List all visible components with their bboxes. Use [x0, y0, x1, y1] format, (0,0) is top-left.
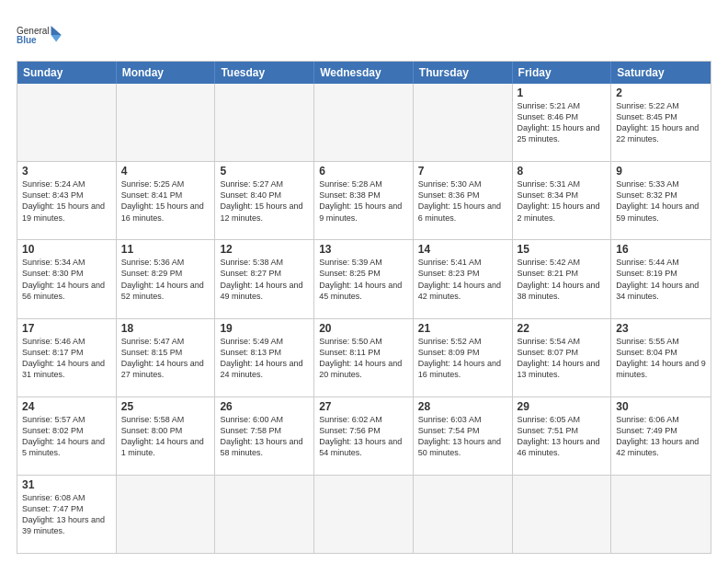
day-number: 6 [319, 165, 408, 178]
day-number: 8 [518, 165, 607, 178]
day-number: 29 [518, 400, 607, 413]
calendar-cell [314, 476, 414, 553]
day-info: Sunrise: 5:54 AM Sunset: 8:07 PM Dayligh… [518, 336, 607, 381]
day-header-monday: Monday [117, 62, 216, 84]
svg-text:General: General [17, 26, 50, 36]
day-number: 11 [121, 243, 210, 256]
day-number: 12 [220, 243, 309, 256]
calendar-week-1: 1Sunrise: 5:21 AM Sunset: 8:46 PM Daylig… [17, 84, 711, 162]
day-header-wednesday: Wednesday [314, 62, 414, 84]
calendar-cell: 11Sunrise: 5:36 AM Sunset: 8:29 PM Dayli… [117, 240, 216, 317]
calendar-week-6: 31Sunrise: 6:08 AM Sunset: 7:47 PM Dayli… [17, 476, 711, 553]
calendar-cell: 28Sunrise: 6:03 AM Sunset: 7:54 PM Dayli… [414, 397, 513, 475]
calendar-cell [611, 476, 711, 553]
calendar-cell: 7Sunrise: 5:30 AM Sunset: 8:36 PM Daylig… [414, 162, 513, 239]
day-number: 27 [319, 400, 408, 413]
day-number: 16 [616, 243, 706, 256]
day-info: Sunrise: 6:06 AM Sunset: 7:49 PM Dayligh… [616, 414, 706, 459]
calendar-cell: 14Sunrise: 5:41 AM Sunset: 8:23 PM Dayli… [414, 240, 513, 317]
header: General Blue [17, 17, 711, 53]
calendar-cell: 23Sunrise: 5:55 AM Sunset: 8:04 PM Dayli… [611, 319, 711, 396]
day-info: Sunrise: 5:24 AM Sunset: 8:43 PM Dayligh… [22, 178, 111, 224]
calendar-cell: 9Sunrise: 5:33 AM Sunset: 8:32 PM Daylig… [611, 162, 711, 239]
calendar-cell: 29Sunrise: 6:05 AM Sunset: 7:51 PM Dayli… [513, 397, 612, 475]
day-info: Sunrise: 6:05 AM Sunset: 7:51 PM Dayligh… [518, 414, 607, 459]
calendar-cell: 1Sunrise: 5:21 AM Sunset: 8:46 PM Daylig… [513, 84, 612, 161]
day-info: Sunrise: 6:02 AM Sunset: 7:56 PM Dayligh… [319, 414, 408, 459]
day-number: 20 [319, 322, 408, 335]
day-info: Sunrise: 5:42 AM Sunset: 8:21 PM Dayligh… [518, 257, 607, 302]
day-number: 5 [220, 165, 309, 178]
day-info: Sunrise: 5:28 AM Sunset: 8:38 PM Dayligh… [319, 178, 408, 224]
logo: General Blue [17, 17, 63, 53]
calendar-cell: 24Sunrise: 5:57 AM Sunset: 8:02 PM Dayli… [17, 397, 117, 475]
day-number: 9 [616, 165, 706, 178]
calendar-cell: 2Sunrise: 5:22 AM Sunset: 8:45 PM Daylig… [611, 84, 711, 161]
day-header-friday: Friday [513, 62, 612, 84]
day-number: 2 [616, 86, 706, 99]
day-info: Sunrise: 5:21 AM Sunset: 8:46 PM Dayligh… [518, 100, 607, 145]
svg-text:Blue: Blue [17, 35, 37, 45]
calendar-cell [17, 84, 117, 161]
calendar-cell: 27Sunrise: 6:02 AM Sunset: 7:56 PM Dayli… [314, 397, 414, 475]
calendar-cell [117, 84, 216, 161]
day-header-tuesday: Tuesday [215, 62, 314, 84]
calendar-cell: 15Sunrise: 5:42 AM Sunset: 8:21 PM Dayli… [513, 240, 612, 317]
calendar-cell: 22Sunrise: 5:54 AM Sunset: 8:07 PM Dayli… [513, 319, 612, 396]
day-info: Sunrise: 5:49 AM Sunset: 8:13 PM Dayligh… [220, 336, 309, 381]
calendar-week-3: 10Sunrise: 5:34 AM Sunset: 8:30 PM Dayli… [17, 240, 711, 318]
day-number: 3 [22, 165, 111, 178]
day-info: Sunrise: 5:34 AM Sunset: 8:30 PM Dayligh… [22, 257, 111, 302]
calendar-cell: 16Sunrise: 5:44 AM Sunset: 8:19 PM Dayli… [611, 240, 711, 317]
day-info: Sunrise: 5:30 AM Sunset: 8:36 PM Dayligh… [418, 178, 507, 224]
day-info: Sunrise: 6:03 AM Sunset: 7:54 PM Dayligh… [418, 414, 507, 459]
calendar-cell: 17Sunrise: 5:46 AM Sunset: 8:17 PM Dayli… [17, 319, 117, 396]
calendar-cell: 19Sunrise: 5:49 AM Sunset: 8:13 PM Dayli… [215, 319, 314, 396]
page: General Blue SundayMondayTuesdayWednesda… [0, 0, 728, 563]
day-info: Sunrise: 5:22 AM Sunset: 8:45 PM Dayligh… [616, 100, 706, 145]
day-number: 24 [22, 400, 111, 413]
day-number: 4 [121, 165, 210, 178]
calendar-cell [314, 84, 414, 161]
calendar-cell [414, 84, 513, 161]
day-headers: SundayMondayTuesdayWednesdayThursdayFrid… [17, 62, 711, 84]
day-info: Sunrise: 5:33 AM Sunset: 8:32 PM Dayligh… [616, 178, 706, 224]
calendar-cell: 26Sunrise: 6:00 AM Sunset: 7:58 PM Dayli… [215, 397, 314, 475]
day-number: 14 [418, 243, 507, 256]
day-info: Sunrise: 6:00 AM Sunset: 7:58 PM Dayligh… [220, 414, 309, 459]
svg-marker-2 [51, 26, 62, 35]
day-number: 30 [616, 400, 706, 413]
day-number: 25 [121, 400, 210, 413]
day-header-sunday: Sunday [17, 62, 117, 84]
day-number: 23 [616, 322, 706, 335]
calendar-cell [215, 476, 314, 553]
day-info: Sunrise: 5:25 AM Sunset: 8:41 PM Dayligh… [121, 178, 210, 224]
day-number: 21 [418, 322, 507, 335]
calendar-cell: 31Sunrise: 6:08 AM Sunset: 7:47 PM Dayli… [17, 476, 117, 553]
day-header-saturday: Saturday [611, 62, 711, 84]
calendar-week-5: 24Sunrise: 5:57 AM Sunset: 8:02 PM Dayli… [17, 397, 711, 476]
calendar-cell [215, 84, 314, 161]
day-info: Sunrise: 5:57 AM Sunset: 8:02 PM Dayligh… [22, 414, 111, 459]
calendar-cell: 8Sunrise: 5:31 AM Sunset: 8:34 PM Daylig… [513, 162, 612, 239]
logo-svg: General Blue [17, 17, 63, 53]
day-info: Sunrise: 5:36 AM Sunset: 8:29 PM Dayligh… [121, 257, 210, 302]
calendar-cell: 4Sunrise: 5:25 AM Sunset: 8:41 PM Daylig… [117, 162, 216, 239]
day-number: 1 [518, 86, 607, 99]
calendar-cell: 5Sunrise: 5:27 AM Sunset: 8:40 PM Daylig… [215, 162, 314, 239]
calendar-cell: 25Sunrise: 5:58 AM Sunset: 8:00 PM Dayli… [117, 397, 216, 475]
day-info: Sunrise: 5:55 AM Sunset: 8:04 PM Dayligh… [616, 336, 706, 381]
day-info: Sunrise: 5:52 AM Sunset: 8:09 PM Dayligh… [418, 336, 507, 381]
day-number: 28 [418, 400, 507, 413]
calendar-cell [513, 476, 612, 553]
day-number: 17 [22, 322, 111, 335]
day-info: Sunrise: 5:58 AM Sunset: 8:00 PM Dayligh… [121, 414, 210, 459]
calendar-cell [414, 476, 513, 553]
day-header-thursday: Thursday [414, 62, 513, 84]
day-info: Sunrise: 5:27 AM Sunset: 8:40 PM Dayligh… [220, 178, 309, 224]
day-info: Sunrise: 5:31 AM Sunset: 8:34 PM Dayligh… [518, 178, 607, 224]
day-number: 10 [22, 243, 111, 256]
day-info: Sunrise: 5:47 AM Sunset: 8:15 PM Dayligh… [121, 336, 210, 381]
calendar-cell: 18Sunrise: 5:47 AM Sunset: 8:15 PM Dayli… [117, 319, 216, 396]
day-info: Sunrise: 5:38 AM Sunset: 8:27 PM Dayligh… [220, 257, 309, 302]
